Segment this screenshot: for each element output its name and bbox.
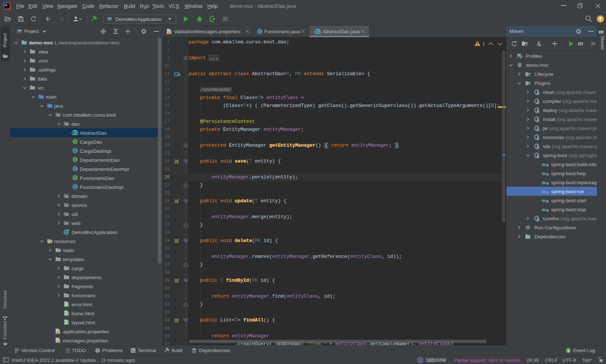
svg-text:m: m bbox=[542, 161, 546, 167]
svg-text:m: m bbox=[542, 188, 546, 194]
svg-text:(: ( bbox=[314, 29, 316, 34]
svg-text:H: H bbox=[65, 312, 67, 316]
svg-text:m: m bbox=[536, 136, 540, 140]
svg-text:m: m bbox=[536, 127, 540, 131]
svg-text:m: m bbox=[536, 109, 540, 113]
svg-text:H: H bbox=[65, 321, 67, 325]
svg-text:m: m bbox=[536, 218, 540, 221]
svg-text:C: C bbox=[316, 30, 319, 34]
svg-text:C: C bbox=[74, 148, 77, 153]
svg-text:1: 1 bbox=[482, 42, 485, 47]
svg-text:m: m bbox=[542, 170, 546, 176]
svg-text:I: I bbox=[75, 176, 76, 180]
svg-text:I: I bbox=[75, 139, 76, 144]
svg-text:m: m bbox=[542, 179, 546, 185]
svg-text:(: ( bbox=[72, 130, 73, 135]
svg-text:C: C bbox=[74, 185, 77, 189]
svg-text:C: C bbox=[74, 166, 77, 171]
svg-text:m: m bbox=[542, 198, 546, 203]
svg-text:m: m bbox=[536, 155, 540, 158]
svg-text:I: I bbox=[75, 157, 76, 162]
svg-text:m: m bbox=[536, 146, 540, 149]
svg-text:m: m bbox=[542, 207, 546, 212]
svg-text:m: m bbox=[536, 118, 540, 122]
svg-text:m: m bbox=[536, 100, 540, 104]
svg-text:1: 1 bbox=[567, 349, 570, 353]
svg-text:m: m bbox=[536, 91, 540, 95]
svg-text:m: m bbox=[518, 64, 521, 67]
svg-text:C: C bbox=[74, 131, 76, 135]
svg-text:): ) bbox=[77, 130, 78, 135]
svg-text:): ) bbox=[320, 29, 321, 34]
svg-text:C: C bbox=[65, 230, 68, 234]
svg-text:H: H bbox=[65, 303, 67, 307]
svg-text:C: C bbox=[258, 29, 261, 34]
